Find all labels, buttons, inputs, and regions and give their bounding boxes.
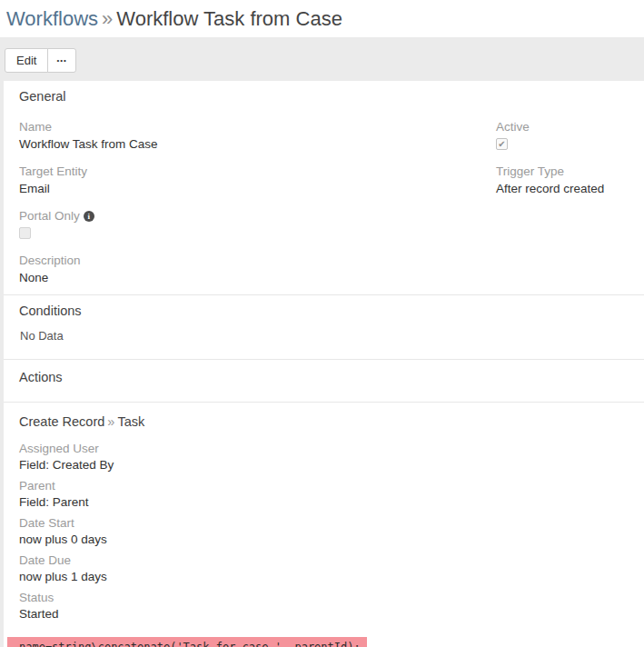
field-row: Target Entity Email Trigger Type After r…: [19, 163, 637, 197]
conditions-panel-body: No Data: [19, 320, 637, 359]
status-label: Status: [19, 590, 637, 606]
toolbar: Edit •••: [0, 37, 644, 81]
field-row: Description None: [19, 252, 637, 286]
breadcrumb-separator: »: [98, 7, 116, 30]
edit-button[interactable]: Edit: [5, 48, 48, 73]
active-checkbox[interactable]: ✔: [496, 138, 508, 150]
name-value: Workflow Task from Case: [19, 135, 496, 153]
action-title: Create Record»Task: [19, 413, 637, 431]
panel-heading-actions: Actions: [19, 360, 637, 402]
action-type: Create Record: [19, 414, 104, 429]
status-value: Started: [19, 606, 637, 622]
action-title-separator: »: [104, 414, 117, 429]
name-label: Name: [19, 118, 496, 135]
field-target-entity: Target Entity Email: [19, 163, 496, 197]
page-title: Workflow Task from Case: [116, 7, 342, 30]
parent-label: Parent: [19, 478, 637, 494]
breadcrumb-workflows-link[interactable]: Workflows: [6, 7, 98, 30]
trigger-type-value: After record created: [496, 180, 637, 197]
action-create-record: Create Record»Task Assigned User Field: …: [19, 403, 637, 647]
field-name: Name Workflow Task from Case: [19, 118, 496, 153]
date-due-value: now plus 1 days: [19, 569, 637, 584]
target-entity-value: Email: [19, 180, 496, 197]
parent-value: Field: Parent: [19, 494, 637, 510]
field-trigger-type: Trigger Type After record created: [496, 163, 637, 197]
action-field-status: Status Started: [19, 590, 637, 622]
action-entity: Task: [117, 414, 144, 429]
conditions-empty-text: No Data: [20, 329, 637, 343]
description-label: Description: [19, 252, 496, 269]
portal-only-label: Portal Onlyi: [19, 207, 496, 224]
panel-heading-conditions: Conditions: [19, 295, 637, 320]
toolbar-button-group: Edit •••: [5, 48, 76, 73]
field-description: Description None: [19, 252, 496, 286]
field-row: Portal Onlyi: [19, 207, 637, 242]
portal-only-checkbox[interactable]: [19, 227, 31, 239]
action-fields: Assigned User Field: Created By Parent F…: [19, 431, 637, 622]
field-active: Active ✔: [496, 118, 637, 153]
action-field-date-start: Date Start now plus 0 days: [19, 515, 637, 547]
date-start-label: Date Start: [19, 515, 637, 532]
action-field-assigned-user: Assigned User Field: Created By: [19, 441, 637, 473]
date-start-value: now plus 0 days: [19, 532, 637, 547]
breadcrumb: Workflows»Workflow Task from Case: [0, 0, 644, 37]
date-due-label: Date Due: [19, 552, 637, 569]
assigned-user-label: Assigned User: [19, 441, 637, 457]
target-entity-label: Target Entity: [19, 163, 496, 180]
field-portal-only: Portal Onlyi: [19, 207, 496, 242]
info-icon[interactable]: i: [84, 211, 94, 222]
portal-only-label-text: Portal Only: [19, 209, 80, 223]
description-value: None: [19, 269, 496, 286]
action-field-date-due: Date Due now plus 1 days: [19, 552, 637, 584]
active-label: Active: [496, 118, 637, 135]
more-actions-button[interactable]: •••: [47, 48, 75, 73]
panel-heading-general: General: [19, 81, 637, 105]
action-field-parent: Parent Field: Parent: [19, 478, 637, 510]
trigger-type-label: Trigger Type: [496, 163, 637, 180]
record-detail: General Name Workflow Task from Case Act…: [0, 81, 644, 647]
assigned-user-value: Field: Created By: [19, 457, 637, 473]
formula-highlight: name=string\concatenate('Task for case '…: [7, 637, 367, 647]
field-row: Name Workflow Task from Case Active ✔: [19, 118, 637, 153]
general-panel-body: Name Workflow Task from Case Active ✔ Ta…: [19, 105, 637, 294]
